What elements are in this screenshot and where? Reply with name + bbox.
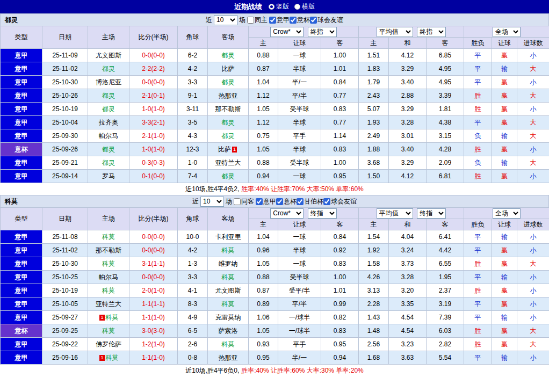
away-team-cell: 尤文图斯 (208, 284, 249, 297)
competition-input[interactable] (297, 198, 304, 205)
odds1-home-cell: 0.87 (249, 284, 278, 297)
home-team-cell: 佛罗伦萨 (88, 338, 129, 351)
subcolumn-header: 主 (249, 38, 278, 49)
same-venue-checkbox[interactable]: 同客 (234, 197, 254, 206)
competition-checkbox[interactable]: 甘伯杯 (297, 197, 323, 206)
col-header-type: 类型 (1, 208, 42, 230)
odds2-home-cell: 1.92 (359, 244, 389, 257)
header-row-top: 类型 日期 主场 比分(半场) 角球 客场 Crow* 终指 平均值 终指 (1, 208, 549, 219)
competition-checkbox[interactable]: 球会友谊 (310, 16, 343, 25)
subcolumn-header: 进球数 (517, 38, 549, 49)
radio-label: 竖版 (276, 2, 289, 11)
col-header-type: 类型 (1, 26, 42, 49)
odds2-draw-cell: 2.88 (389, 89, 427, 103)
odds1-handicap-cell: 半/一 (278, 351, 321, 365)
subcolumn-header: 主 (249, 219, 278, 230)
date-cell: 25-09-30 (42, 129, 88, 143)
odds-stage-select-2[interactable]: 终指 (417, 208, 446, 219)
odds1-home-cell: 1.04 (249, 76, 278, 89)
period-select[interactable]: 全场 (493, 208, 521, 219)
odds1-handicap-cell: 受半球 (278, 103, 321, 116)
odds2-away-cell: 6.81 (427, 170, 464, 183)
date-cell: 25-11-02 (42, 244, 88, 257)
corner-cell: 10-0 (178, 230, 208, 244)
competition-checkbox[interactable]: 球会友谊 (323, 197, 357, 206)
odds1-away-cell: 1.00 (321, 49, 359, 62)
same-venue-checkbox[interactable]: 同主 (247, 16, 268, 25)
subcolumn-header: 主 (359, 219, 389, 230)
handicap-result-cell: 赢 (492, 76, 517, 89)
period-select[interactable]: 全场 (493, 27, 521, 37)
subcolumn-header: 让球 (492, 38, 517, 49)
same-venue-input[interactable] (247, 17, 254, 24)
odds1-away-cell: 1.00 (321, 156, 359, 170)
results-body: 意甲25-11-08科莫0-0(0-0)10-0卡利亚里1.04一球0.841.… (1, 230, 549, 365)
bookmaker-select[interactable]: Crow* (270, 27, 304, 37)
competition-input[interactable] (276, 198, 283, 205)
col-header-home: 主场 (88, 26, 129, 49)
odds2-draw-cell: 4.54 (389, 311, 427, 324)
match-row: 意甲25-10-04拉齐奥3-3(2-1)3-5都灵1.12半球0.771.93… (1, 116, 549, 129)
competition-input[interactable] (256, 198, 263, 205)
odds1-away-cell: 0.94 (321, 351, 359, 365)
odds2-away-cell: 6.41 (427, 230, 464, 244)
competition-input[interactable] (269, 17, 276, 24)
goals-result-cell: 小 (517, 230, 549, 244)
odds1-home-cell: 0.87 (249, 62, 278, 76)
match-row: 意杯25-09-25科莫3-0(3-0)6-5萨索洛1.05一/球半0.831.… (1, 324, 549, 338)
handicap-result-cell: 赢 (492, 170, 517, 183)
odds1-home-cell: 1.05 (249, 324, 278, 338)
team-name-text: 那不勒斯 (96, 246, 121, 254)
match-count-select[interactable]: 10 (214, 15, 237, 25)
corner-cell: 3-11 (178, 103, 208, 116)
same-venue-input[interactable] (234, 198, 241, 205)
odds1-home-cell: 1.06 (249, 311, 278, 324)
match-count-select[interactable]: 10 (200, 197, 224, 207)
score-cell: 3-0(3-0) (129, 324, 178, 338)
match-row: 意甲25-11-09尤文图斯0-0(0-0)6-2都灵0.88一球1.001.5… (1, 49, 549, 62)
league-cell: 意甲 (1, 116, 42, 129)
away-team-cell: 科莫 (208, 338, 249, 351)
odds2-away-cell: 4.95 (427, 62, 464, 76)
average-select[interactable]: 平均值 (377, 27, 413, 37)
odds2-away-cell: 6.55 (427, 257, 464, 271)
odds1-handicap-cell: 平/半 (278, 89, 321, 103)
competition-input[interactable] (290, 17, 297, 24)
odds1-away-cell: 0.77 (321, 116, 359, 129)
date-cell: 25-10-30 (42, 76, 88, 89)
corner-cell: 1-3 (178, 257, 208, 271)
odds1-handicap-cell: 半球 (278, 244, 321, 257)
team-name-text: 科莫 (222, 340, 235, 348)
average-select[interactable]: 平均值 (377, 208, 413, 219)
league-cell: 意杯 (1, 143, 42, 156)
match-row: 意甲25-09-30帕尔马2-1(1-0)4-3都灵0.75平手1.142.49… (1, 129, 549, 143)
outcome-cell: 平 (464, 297, 492, 311)
period-dropdown-cell: 全场 (464, 26, 549, 38)
team-name-text: 热那亚 (219, 354, 238, 361)
competition-input[interactable] (310, 17, 317, 24)
view-mode-radio[interactable]: 竖版 (269, 2, 289, 11)
odds-stage-select-1[interactable]: 终指 (308, 208, 337, 219)
outcome-cell: 胜 (464, 257, 492, 271)
sections-container: 都灵 近 10 场 同主 意甲意杯球会友谊 (0, 13, 549, 376)
bookmaker-select[interactable]: Crow* (270, 208, 304, 219)
date-cell: 25-09-21 (42, 156, 88, 170)
odds1-away-cell: 0.83 (321, 103, 359, 116)
date-cell: 25-10-30 (42, 257, 88, 271)
competition-checkbox[interactable]: 意杯 (290, 16, 310, 25)
radio-icon (269, 4, 274, 10)
home-team-cell: 1科莫 (88, 351, 129, 365)
competition-checkbox[interactable]: 意甲 (269, 16, 290, 25)
home-team-cell: 都灵 (88, 103, 129, 116)
odds2-away-cell: 4.42 (427, 244, 464, 257)
away-team-cell: 都灵 (208, 116, 249, 129)
odds-stage-select-2[interactable]: 终指 (417, 27, 446, 37)
competition-checkbox[interactable]: 意杯 (276, 197, 297, 206)
view-mode-radio[interactable]: 横版 (294, 2, 315, 11)
away-team-cell: 都灵 (208, 76, 249, 89)
odds2-draw-cell: 3.23 (389, 338, 427, 351)
team-name-text: 维罗纳 (219, 260, 238, 267)
competition-input[interactable] (323, 198, 330, 205)
odds-stage-select-1[interactable]: 终指 (308, 27, 337, 37)
competition-checkbox[interactable]: 意甲 (256, 197, 276, 206)
